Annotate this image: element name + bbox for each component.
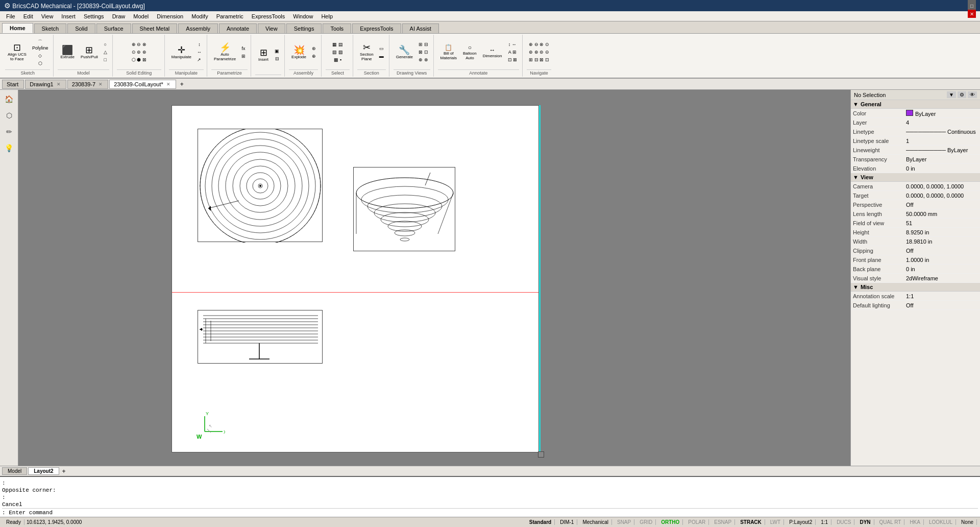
maximize-button[interactable]: □: [968, 2, 976, 10]
panel-settings-btn[interactable]: ⚙: [958, 91, 966, 98]
btn-pushpull[interactable]: ⊞ Push/Pull: [78, 44, 101, 61]
btn-dimension[interactable]: ↔ Dimension: [480, 45, 505, 60]
btn-align-ucs[interactable]: ⊡ Align UCSto Face: [5, 41, 29, 63]
btn-manip-3[interactable]: ↗: [195, 56, 204, 63]
sidebar-model-btn[interactable]: ⬡: [2, 108, 16, 123]
btn-model-1[interactable]: ○: [102, 41, 109, 48]
status-looklul[interactable]: LOOKLUL: [926, 519, 956, 525]
sidebar-home-btn[interactable]: 🏠: [2, 92, 16, 106]
btn-ann-1[interactable]: ↕ ↔: [506, 41, 520, 48]
status-grid[interactable]: GRID: [636, 519, 656, 525]
panel-filter-btn[interactable]: ▼: [947, 91, 956, 98]
btn-ann-3[interactable]: ⊡ ⊠: [506, 56, 520, 63]
tab-coillayout-close[interactable]: ✕: [166, 82, 170, 87]
tab-home[interactable]: Home: [2, 23, 33, 33]
btn-se-1[interactable]: ⊕ ⊖ ⊗: [130, 41, 149, 48]
status-ortho[interactable]: ORTHO: [658, 519, 683, 525]
btn-sketch-2[interactable]: ⬡: [30, 60, 51, 67]
btn-insert[interactable]: ⊞ Insert: [255, 46, 272, 63]
btn-nav-3[interactable]: ⊞ ⊟ ⊠ ⊡: [527, 56, 551, 63]
menu-expresstools[interactable]: ExpressTools: [248, 12, 289, 20]
btn-sel-1[interactable]: ▦ ▤: [330, 41, 345, 48]
tab-settings[interactable]: Settings: [286, 23, 322, 33]
menu-parametric[interactable]: Parametric: [212, 12, 248, 20]
tab-sketch[interactable]: Sketch: [34, 23, 67, 33]
btn-nav-1[interactable]: ⊕ ⊖ ⊗ ⊙: [527, 41, 551, 48]
general-section-header[interactable]: ▼ General: [851, 100, 980, 109]
btn-balloon-auto[interactable]: ○ BalloonAuto: [460, 42, 479, 62]
status-lwt[interactable]: LWT: [767, 519, 784, 525]
tab-drawing1[interactable]: Drawing1 ✕: [25, 80, 66, 89]
layout-tab-add[interactable]: +: [60, 468, 68, 475]
tab-annotate[interactable]: Annotate: [219, 23, 257, 33]
tab-view[interactable]: View: [258, 23, 285, 33]
btn-manipulate[interactable]: ✛ Manipulate: [169, 44, 194, 61]
btn-generate[interactable]: 🔧 Generate: [394, 44, 415, 61]
btn-sel-2[interactable]: ▧ ▨: [330, 49, 345, 56]
close-button[interactable]: ✕: [968, 10, 976, 18]
tab-230839-7[interactable]: 230839-7 ✕: [67, 80, 109, 89]
tab-solid[interactable]: Solid: [67, 23, 95, 33]
command-input[interactable]: [55, 510, 978, 516]
btn-model-2[interactable]: △: [102, 49, 109, 56]
btn-model-3[interactable]: □: [102, 56, 109, 63]
misc-section-header[interactable]: ▼ Misc: [851, 283, 980, 292]
btn-nav-2[interactable]: ⊚ ⊛ ⊜ ⊝: [527, 49, 551, 56]
tab-expresstools[interactable]: ExpressTools: [352, 23, 401, 33]
status-ducs[interactable]: DUCS: [834, 519, 854, 525]
btn-explode[interactable]: 💥 Explode: [289, 44, 309, 61]
tab-coillayout[interactable]: 230839-CoilLayout* ✕: [109, 80, 176, 89]
btn-ann-2[interactable]: A ⊞: [506, 49, 520, 56]
btn-se-2[interactable]: ⊙ ⊚ ⊛: [130, 49, 149, 56]
tab-surface[interactable]: Surface: [96, 23, 131, 33]
btn-sel-3[interactable]: ▩ ▪: [330, 56, 345, 63]
view-section-header[interactable]: ▼ View: [851, 173, 980, 182]
menu-view[interactable]: View: [37, 12, 58, 20]
status-dyn[interactable]: DYN: [856, 519, 874, 525]
menu-draw[interactable]: Draw: [108, 12, 130, 20]
btn-auto-parametrize[interactable]: ⚡ AutoParametrize: [211, 41, 238, 63]
menu-edit[interactable]: Edit: [19, 12, 37, 20]
sidebar-sketch-btn[interactable]: ✏: [2, 125, 16, 139]
btn-param-2[interactable]: ⊞: [239, 53, 248, 60]
canvas-area[interactable]: Y X W ↖: [18, 90, 850, 466]
btn-manip-1[interactable]: ↕: [195, 41, 204, 48]
menu-dimension[interactable]: Dimension: [153, 12, 187, 20]
menu-insert[interactable]: Insert: [57, 12, 80, 20]
btn-param-1[interactable]: fx: [239, 45, 248, 52]
menu-modify[interactable]: Modify: [187, 12, 212, 20]
tab-start[interactable]: Start: [2, 80, 24, 89]
layout-tab-layout2[interactable]: Layout2: [28, 467, 59, 475]
layout-tab-model[interactable]: Model: [2, 467, 27, 475]
menu-file[interactable]: File: [2, 12, 19, 20]
status-esnap[interactable]: ESNAP: [711, 519, 735, 525]
menu-window[interactable]: Window: [289, 12, 317, 20]
status-hka[interactable]: HKA: [906, 519, 924, 525]
tab-add-button[interactable]: +: [177, 80, 187, 89]
corner-handle[interactable]: [538, 451, 544, 458]
btn-sect-1[interactable]: ▭: [377, 45, 386, 52]
btn-extrude[interactable]: ⬛ Extrude: [58, 44, 77, 61]
status-polar[interactable]: POLAR: [685, 519, 709, 525]
tab-drawing1-close[interactable]: ✕: [57, 82, 61, 87]
menu-model[interactable]: Model: [129, 12, 153, 20]
panel-eye-btn[interactable]: 👁: [968, 91, 977, 98]
btn-sect-2[interactable]: ▬: [377, 53, 386, 60]
status-qual[interactable]: QUAL RT: [876, 519, 905, 525]
btn-manip-2[interactable]: ↔: [195, 49, 204, 56]
tab-sheetmetal[interactable]: Sheet Metal: [132, 23, 178, 33]
tab-aiassist[interactable]: AI Assist: [402, 23, 439, 33]
btn-polyline[interactable]: ⌒ Polyline: [30, 38, 51, 52]
tab-assembly[interactable]: Assembly: [178, 23, 218, 33]
sidebar-render-btn[interactable]: 💡: [2, 141, 16, 155]
btn-asm-1[interactable]: ⊛: [310, 45, 318, 52]
btn-se-3[interactable]: ⬡ ⬢ ⊠: [130, 56, 149, 63]
btn-sketch-1[interactable]: ◇: [30, 52, 51, 59]
btn-section-plane[interactable]: ✂ SectionPlane: [357, 41, 376, 63]
btn-bill-materials[interactable]: 📋 Bill ofMaterials: [438, 42, 459, 62]
tab-tools[interactable]: Tools: [323, 23, 351, 33]
btn-ins-1[interactable]: ▣: [273, 47, 281, 55]
status-strack[interactable]: STRACK: [737, 519, 765, 525]
btn-asm-2[interactable]: ⊕: [310, 53, 318, 60]
btn-dv-1[interactable]: ⊞ ⊟: [416, 41, 430, 48]
